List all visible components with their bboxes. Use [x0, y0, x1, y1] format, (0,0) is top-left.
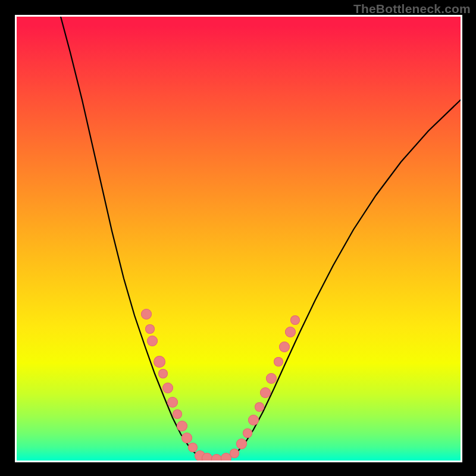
data-point [158, 369, 168, 378]
data-point [243, 428, 252, 438]
data-point [162, 383, 173, 393]
data-point [147, 336, 158, 346]
data-point [255, 402, 264, 412]
data-point [154, 356, 165, 368]
frame: TheBottleneck.com [0, 0, 476, 476]
data-point [181, 433, 192, 443]
watermark: TheBottleneck.com [353, 2, 471, 16]
data-point [145, 324, 155, 334]
data-point [230, 449, 239, 458]
data-point [260, 387, 271, 398]
data-point [188, 443, 198, 452]
data-point [248, 415, 259, 425]
data-point [173, 409, 182, 419]
bottleneck-curve [17, 17, 461, 461]
data-point [177, 421, 187, 431]
data-point [274, 357, 283, 367]
data-point [167, 397, 178, 408]
data-point [279, 342, 290, 352]
data-point [290, 315, 300, 325]
plot-area [17, 17, 461, 461]
data-point [266, 373, 277, 384]
plot-outer [15, 15, 462, 462]
data-point [141, 309, 152, 320]
data-point [236, 439, 247, 449]
data-point [285, 327, 296, 337]
